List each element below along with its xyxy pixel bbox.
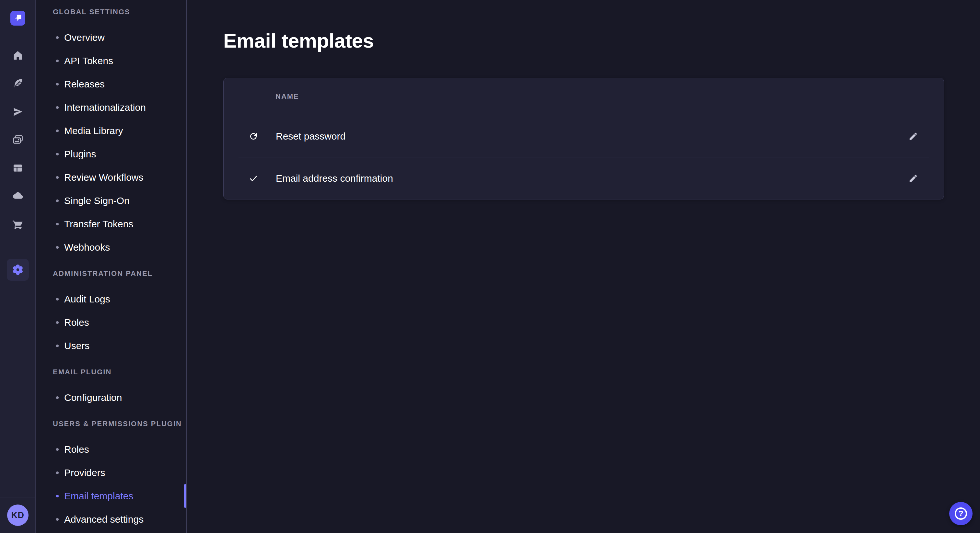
- paper-plane-icon[interactable]: [12, 106, 24, 117]
- subnav-item-email-templates[interactable]: Email templates: [36, 484, 186, 508]
- subnav-item-configuration[interactable]: Configuration: [36, 386, 186, 409]
- bullet-icon: [56, 130, 59, 132]
- cloud-icon[interactable]: [12, 190, 24, 202]
- bullet-icon: [56, 60, 59, 62]
- subnav-item-admin-roles[interactable]: Roles: [36, 311, 186, 334]
- bullet-icon: [56, 448, 59, 451]
- bullet-icon: [56, 223, 59, 225]
- template-name: Reset password: [276, 131, 345, 142]
- edit-template-button[interactable]: [907, 130, 920, 143]
- email-templates-card: NAME Reset password Email a: [223, 78, 944, 200]
- bullet-icon: [56, 106, 59, 109]
- rail-footer: KD: [0, 497, 35, 533]
- subnav-item-webhooks[interactable]: Webhooks: [36, 236, 186, 259]
- pencil-icon: [908, 174, 918, 183]
- section-title: GLOBAL SETTINGS: [53, 8, 186, 16]
- user-avatar[interactable]: KD: [7, 504, 29, 526]
- section-global-settings: GLOBAL SETTINGS Overview API Tokens Rele…: [36, 8, 186, 259]
- bullet-icon: [56, 471, 59, 474]
- settings-gear-icon: [11, 263, 24, 276]
- strapi-logo[interactable]: [10, 11, 25, 25]
- table-row-reset-password[interactable]: Reset password: [224, 115, 944, 157]
- pencil-icon: [908, 132, 918, 141]
- subnav-item-single-sign-on[interactable]: Single Sign-On: [36, 189, 186, 213]
- media-library-icon[interactable]: [12, 134, 24, 146]
- bullet-icon: [56, 246, 59, 249]
- bullet-icon: [56, 176, 59, 179]
- bullet-icon: [56, 36, 59, 39]
- bullet-icon: [56, 495, 59, 497]
- subnav-item-overview[interactable]: Overview: [36, 26, 186, 49]
- active-item-indicator: [184, 484, 186, 508]
- table-header-row: NAME: [224, 78, 944, 115]
- table-row-email-confirmation[interactable]: Email address confirmation: [224, 157, 944, 199]
- icon-rail: KD: [0, 0, 36, 533]
- subnav-item-audit-logs[interactable]: Audit Logs: [36, 287, 186, 311]
- layout-icon[interactable]: [12, 162, 24, 174]
- refresh-icon: [248, 131, 259, 141]
- feather-icon[interactable]: [12, 78, 24, 89]
- subnav-item-providers[interactable]: Providers: [36, 461, 186, 484]
- bullet-icon: [56, 518, 59, 521]
- bullet-icon: [56, 83, 59, 86]
- strapi-logo-icon: [10, 11, 25, 25]
- section-title: EMAIL PLUGIN: [53, 368, 186, 376]
- section-email-plugin: EMAIL PLUGIN Configuration: [36, 368, 186, 409]
- bullet-icon: [56, 321, 59, 324]
- bullet-icon: [56, 200, 59, 202]
- bullet-icon: [56, 298, 59, 300]
- bullet-icon: [56, 344, 59, 347]
- subnav-item-review-workflows[interactable]: Review Workflows: [36, 166, 186, 189]
- help-button[interactable]: ?: [949, 502, 972, 525]
- question-mark-icon: ?: [955, 508, 967, 520]
- column-header-name: NAME: [275, 92, 299, 101]
- subnav-item-api-tokens[interactable]: API Tokens: [36, 49, 186, 73]
- subnav-item-media-library[interactable]: Media Library: [36, 119, 186, 143]
- cart-icon[interactable]: [12, 219, 24, 230]
- main-content: Email templates NAME Reset password: [187, 0, 980, 533]
- page-title: Email templates: [223, 29, 944, 52]
- subnav-item-plugins[interactable]: Plugins: [36, 143, 186, 166]
- check-icon: [248, 173, 259, 184]
- edit-template-button[interactable]: [907, 172, 920, 185]
- settings-subnav: GLOBAL SETTINGS Overview API Tokens Rele…: [36, 0, 187, 533]
- template-name: Email address confirmation: [276, 173, 393, 184]
- bullet-icon: [56, 153, 59, 155]
- section-administration-panel: ADMINISTRATION PANEL Audit Logs Roles Us…: [36, 270, 186, 357]
- subnav-item-internationalization[interactable]: Internationalization: [36, 96, 186, 119]
- bullet-icon: [56, 397, 59, 399]
- section-title: USERS & PERMISSIONS PLUGIN: [53, 420, 186, 428]
- home-icon[interactable]: [12, 49, 24, 61]
- subnav-item-advanced-settings[interactable]: Advanced settings: [36, 508, 186, 531]
- section-title: ADMINISTRATION PANEL: [53, 270, 186, 278]
- settings-gear-button[interactable]: [7, 259, 29, 281]
- subnav-item-transfer-tokens[interactable]: Transfer Tokens: [36, 213, 186, 236]
- subnav-item-admin-users[interactable]: Users: [36, 334, 186, 357]
- subnav-item-releases[interactable]: Releases: [36, 73, 186, 96]
- section-users-permissions-plugin: USERS & PERMISSIONS PLUGIN Roles Provide…: [36, 420, 186, 531]
- subnav-item-up-roles[interactable]: Roles: [36, 438, 186, 461]
